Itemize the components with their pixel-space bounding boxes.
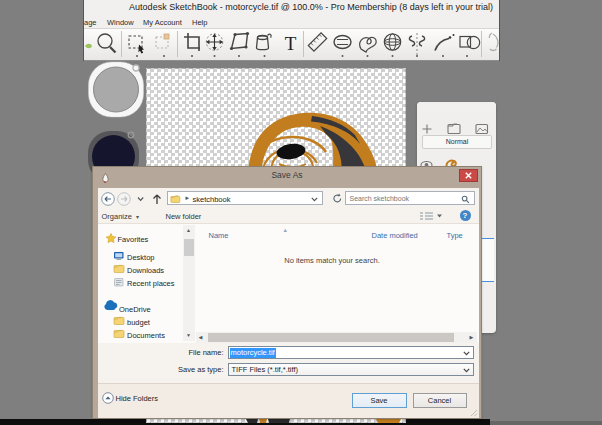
svg-text:OneDrive: OneDrive — [119, 305, 151, 314]
svg-text:Downloads: Downloads — [127, 266, 164, 275]
svg-text:budget: budget — [127, 318, 151, 327]
svg-text:Favorites: Favorites — [117, 235, 148, 244]
svg-text:Documents: Documents — [127, 331, 165, 340]
svg-text:T: T — [285, 33, 297, 54]
svg-text:Desktop: Desktop — [127, 253, 155, 262]
svg-text:Recent places: Recent places — [127, 279, 175, 288]
